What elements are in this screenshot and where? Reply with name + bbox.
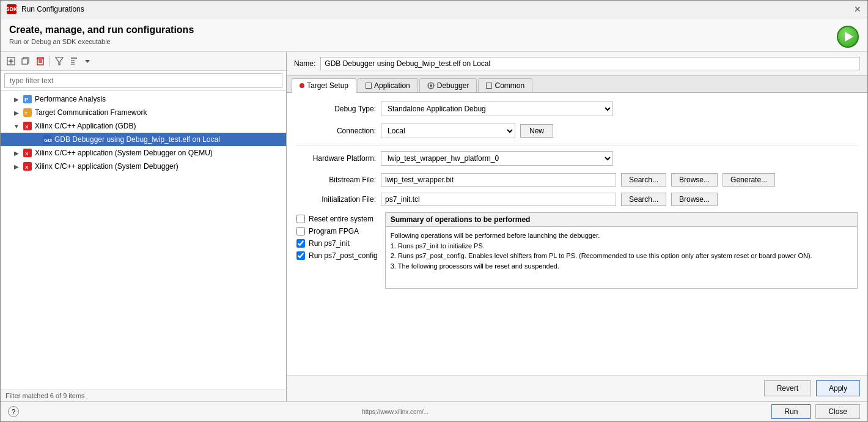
filter-button[interactable] xyxy=(53,54,66,68)
toolbar-separator-1 xyxy=(50,56,50,67)
debug-type-select[interactable]: Standalone Application Debug Linux Appli… xyxy=(381,102,613,116)
expand-icon: ▶ xyxy=(13,163,20,170)
tab-debugger[interactable]: Debugger xyxy=(419,78,477,92)
xilinx-gdb-icon: X xyxy=(23,121,32,131)
hw-platform-row: Hardware Platform: lwip_test_wrapper_hw_… xyxy=(296,151,858,166)
new-config-button[interactable] xyxy=(4,54,18,68)
filter-input[interactable] xyxy=(4,73,282,88)
revert-button[interactable]: Revert xyxy=(764,380,811,396)
expand-icon: ▼ xyxy=(13,122,20,130)
revert-apply-row: Revert Apply xyxy=(287,375,867,401)
connection-label: Connection: xyxy=(296,127,376,135)
close-button[interactable]: Close xyxy=(815,404,860,419)
svg-text:X: X xyxy=(25,151,29,157)
init-search-button[interactable]: Search... xyxy=(621,193,666,206)
tree-item-tcf[interactable]: ▶ T Target Communication Framework xyxy=(1,106,286,119)
tab-common[interactable]: Common xyxy=(478,78,532,92)
init-file-input[interactable] xyxy=(381,193,616,206)
tree-item-gdb-debug[interactable]: GDB GDB Debugger using Debug_lwip_test.e… xyxy=(1,133,286,146)
sdk-icon: SDK xyxy=(7,4,17,14)
xilinx-qemu-icon: X xyxy=(23,148,32,158)
header: Create, manage, and run configurations R… xyxy=(1,18,867,52)
right-panel: Name: Target Setup Application Debugger xyxy=(287,52,867,401)
svg-text:P: P xyxy=(24,97,28,103)
tree-item-label: Xilinx C/C++ application (System Debugge… xyxy=(35,162,178,171)
debug-type-row: Debug Type: Standalone Application Debug… xyxy=(296,102,858,116)
name-input[interactable] xyxy=(320,57,860,70)
run-button[interactable] xyxy=(837,26,859,48)
program-fpga-checkbox-row[interactable]: Program FPGA xyxy=(296,227,378,235)
operations-section: Reset entire system Program FPGA Run ps7… xyxy=(296,212,858,289)
checkboxes-group: Reset entire system Program FPGA Run ps7… xyxy=(296,212,378,289)
help-button[interactable]: ? xyxy=(8,406,19,417)
bitstream-label: Bitstream File: xyxy=(296,176,376,184)
program-fpga-checkbox[interactable] xyxy=(296,227,305,235)
tree-item-label: GDB Debugger using Debug_lwip_test.elf o… xyxy=(54,135,220,144)
expand-icon xyxy=(32,136,40,143)
init-file-row: Initialization File: Search... Browse... xyxy=(296,193,858,206)
tree-item-xilinx-qemu[interactable]: ▶ X Xilinx C/C++ application (System Deb… xyxy=(1,146,286,160)
reset-system-checkbox-row[interactable]: Reset entire system xyxy=(296,215,378,223)
tab-application[interactable]: Application xyxy=(358,78,418,92)
svg-marker-15 xyxy=(85,60,90,63)
run-ps7-post-checkbox-row[interactable]: Run ps7_post_config xyxy=(296,251,378,260)
tab-label: Debugger xyxy=(437,81,469,90)
common-icon xyxy=(486,83,492,89)
bitstream-browse-button[interactable]: Browse... xyxy=(671,173,718,187)
help-icon: ? xyxy=(12,408,15,415)
tab-target-setup[interactable]: Target Setup xyxy=(292,78,356,93)
svg-point-29 xyxy=(430,84,432,87)
application-icon xyxy=(366,83,372,89)
svg-text:X: X xyxy=(25,124,29,130)
tree-item-label: Xilinx C/C++ Application (GDB) xyxy=(35,122,136,130)
summary-box: Summary of operations to be performed Fo… xyxy=(385,212,858,289)
run-ps7-init-label: Run ps7_init xyxy=(309,239,350,248)
summary-text: Following operations will be performed b… xyxy=(386,227,857,288)
bitstream-generate-button[interactable]: Generate... xyxy=(723,173,775,187)
tcf-icon: T xyxy=(23,108,32,117)
expand-icon: ▶ xyxy=(13,95,20,103)
section-divider-1 xyxy=(296,146,858,146)
run-ps7-post-checkbox[interactable] xyxy=(296,251,305,260)
svg-rect-4 xyxy=(22,59,28,64)
bitstream-input[interactable] xyxy=(381,173,616,187)
collapse-button[interactable] xyxy=(67,54,81,68)
tree-item-xilinx-sys[interactable]: ▶ X Xilinx C/C++ application (System Deb… xyxy=(1,160,286,173)
hw-platform-select[interactable]: lwip_test_wrapper_hw_platform_0 xyxy=(381,151,613,166)
connection-select[interactable]: Local Remote xyxy=(381,124,515,138)
run-ps7-init-checkbox[interactable] xyxy=(296,239,305,248)
run-configurations-window: SDK Run Configurations ✕ Create, manage,… xyxy=(0,0,868,422)
run-ps7-post-label: Run ps7_post_config xyxy=(309,251,378,260)
hw-platform-label: Hardware Platform: xyxy=(296,154,376,163)
name-row: Name: xyxy=(287,52,867,76)
run-final-button[interactable]: Run xyxy=(771,404,811,419)
footer-buttons: Run Close xyxy=(771,404,860,419)
tree: ▶ P Performance Analysis ▶ T Target Comm… xyxy=(1,91,286,390)
init-browse-button[interactable]: Browse... xyxy=(671,193,718,206)
svg-marker-10 xyxy=(56,57,63,65)
target-setup-dot xyxy=(300,83,304,88)
title-bar-left: SDK Run Configurations xyxy=(7,4,84,14)
reset-system-checkbox[interactable] xyxy=(296,215,305,223)
bitstream-search-button[interactable]: Search... xyxy=(621,173,666,187)
expand-icon: ▶ xyxy=(13,149,20,157)
run-icon xyxy=(845,32,853,42)
tree-item-label: Target Communication Framework xyxy=(35,108,147,117)
tree-item-perf[interactable]: ▶ P Performance Analysis xyxy=(1,92,286,106)
tab-label: Common xyxy=(495,81,524,90)
run-ps7-init-checkbox-row[interactable]: Run ps7_init xyxy=(296,239,378,248)
dropdown-button[interactable] xyxy=(82,54,93,68)
name-label: Name: xyxy=(294,59,315,68)
left-toolbar xyxy=(1,52,286,71)
left-panel: ▶ P Performance Analysis ▶ T Target Comm… xyxy=(1,52,287,401)
apply-button[interactable]: Apply xyxy=(816,380,860,396)
perf-icon: P xyxy=(23,94,32,104)
duplicate-config-button[interactable] xyxy=(19,54,32,68)
expand-icon: ▶ xyxy=(13,109,20,116)
tree-item-xilinx-gdb[interactable]: ▼ X Xilinx C/C++ Application (GDB) xyxy=(1,119,286,133)
new-connection-button[interactable]: New xyxy=(520,124,553,138)
delete-config-button[interactable] xyxy=(34,54,47,68)
program-fpga-label: Program FPGA xyxy=(309,227,359,235)
close-window-button[interactable]: ✕ xyxy=(854,4,861,14)
footer: ? https://www.xilinx.com/... Run Close xyxy=(1,401,867,421)
